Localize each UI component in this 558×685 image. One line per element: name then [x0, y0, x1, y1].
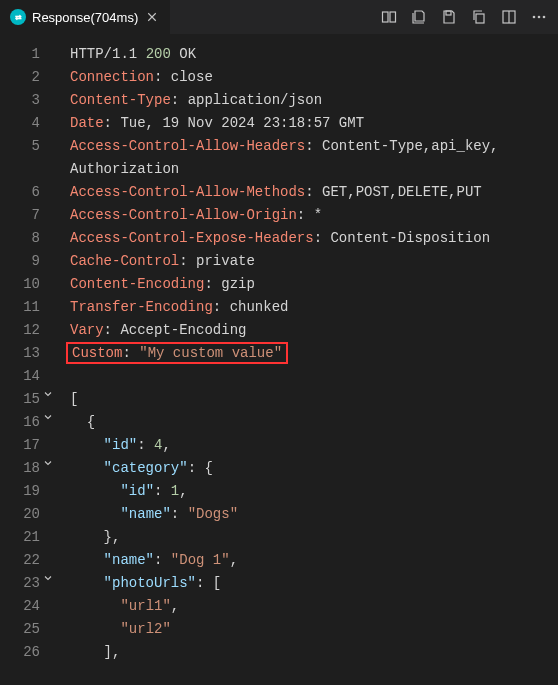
line-number: 9 — [0, 250, 58, 273]
http-icon: ⇄ — [10, 9, 26, 25]
line-number: 17 — [0, 434, 58, 457]
line-number: 23 — [0, 572, 58, 595]
svg-rect-2 — [446, 11, 451, 15]
tab-title: Response(704ms) — [32, 10, 138, 25]
tab-response[interactable]: ⇄ Response(704ms) — [0, 0, 170, 35]
line-number: 10 — [0, 273, 58, 296]
copy-icon[interactable] — [470, 8, 488, 26]
fold-toggle-icon[interactable] — [42, 457, 56, 469]
line-number: 21 — [0, 526, 58, 549]
code-line: Date: Tue, 19 Nov 2024 23:18:57 GMT — [70, 112, 558, 135]
code-line: Access-Control-Allow-Methods: GET,POST,D… — [70, 181, 558, 204]
line-number: 6 — [0, 181, 58, 204]
line-number: 13 — [0, 342, 58, 365]
line-number — [0, 158, 58, 181]
svg-point-6 — [533, 16, 536, 19]
code-line: Vary: Accept-Encoding — [70, 319, 558, 342]
line-number: 24 — [0, 595, 58, 618]
code-line: Access-Control-Allow-Origin: * — [70, 204, 558, 227]
line-number: 18 — [0, 457, 58, 480]
tab-bar: ⇄ Response(704ms) — [0, 0, 558, 35]
highlighted-line: Custom: "My custom value" — [66, 342, 288, 364]
more-icon[interactable] — [530, 8, 548, 26]
svg-rect-0 — [383, 12, 389, 22]
code-line: "url2" — [70, 618, 558, 641]
code-line: "id": 4, — [70, 434, 558, 457]
line-number: 2 — [0, 66, 58, 89]
code-line: Access-Control-Allow-Headers: Content-Ty… — [70, 135, 558, 158]
code-line: "name": "Dogs" — [70, 503, 558, 526]
svg-rect-3 — [476, 14, 484, 23]
code-line: Custom: "My custom value" — [70, 342, 558, 365]
save-icon[interactable] — [440, 8, 458, 26]
code-line: "url1", — [70, 595, 558, 618]
line-number: 5 — [0, 135, 58, 158]
line-number: 25 — [0, 618, 58, 641]
line-number: 7 — [0, 204, 58, 227]
line-number: 4 — [0, 112, 58, 135]
svg-point-8 — [543, 16, 546, 19]
line-number: 16 — [0, 411, 58, 434]
save-all-icon[interactable] — [410, 8, 428, 26]
line-number: 8 — [0, 227, 58, 250]
code-line: Access-Control-Expose-Headers: Content-D… — [70, 227, 558, 250]
code-line: }, — [70, 526, 558, 549]
code-line: Cache-Control: private — [70, 250, 558, 273]
line-number: 3 — [0, 89, 58, 112]
fold-toggle-icon[interactable] — [42, 388, 56, 400]
line-number: 11 — [0, 296, 58, 319]
fold-toggle-icon[interactable] — [42, 572, 56, 584]
line-number: 20 — [0, 503, 58, 526]
line-number: 12 — [0, 319, 58, 342]
code-line: Connection: close — [70, 66, 558, 89]
code-line: "photoUrls": [ — [70, 572, 558, 595]
code-line: HTTP/1.1 200 OK — [70, 43, 558, 66]
line-number: 22 — [0, 549, 58, 572]
line-number: 26 — [0, 641, 58, 664]
code-line: Content-Encoding: gzip — [70, 273, 558, 296]
code-line: [ — [70, 388, 558, 411]
code-line: { — [70, 411, 558, 434]
code-line: Transfer-Encoding: chunked — [70, 296, 558, 319]
code-line — [70, 365, 558, 388]
editor-actions — [380, 8, 558, 26]
line-number: 14 — [0, 365, 58, 388]
line-number: 19 — [0, 480, 58, 503]
code-editor[interactable]: 1234567891011121314151617181920212223242… — [0, 35, 558, 685]
compare-icon[interactable] — [380, 8, 398, 26]
code-line: Content-Type: application/json — [70, 89, 558, 112]
svg-point-7 — [538, 16, 541, 19]
code-line: "name": "Dog 1", — [70, 549, 558, 572]
code-line: Authorization — [70, 158, 558, 181]
code-line: "category": { — [70, 457, 558, 480]
code-line: "id": 1, — [70, 480, 558, 503]
code-line: ], — [70, 641, 558, 664]
split-editor-icon[interactable] — [500, 8, 518, 26]
svg-rect-1 — [390, 12, 396, 22]
fold-toggle-icon[interactable] — [42, 411, 56, 423]
line-gutter: 1234567891011121314151617181920212223242… — [0, 43, 58, 685]
code-content[interactable]: HTTP/1.1 200 OKConnection: closeContent-… — [58, 43, 558, 685]
line-number: 1 — [0, 43, 58, 66]
line-number: 15 — [0, 388, 58, 411]
close-icon[interactable] — [144, 9, 160, 25]
